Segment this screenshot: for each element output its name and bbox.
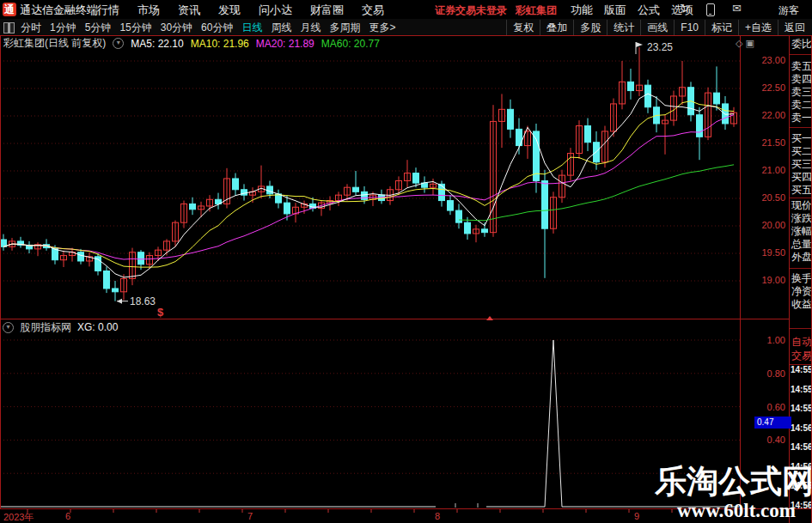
menu-item[interactable]: 问小达 [259,3,292,18]
period-tab[interactable]: 日线 [241,21,262,35]
tdx-logo-icon[interactable]: 通 [3,3,16,16]
year-label: 2023年 [3,511,34,523]
period-tab[interactable]: 15分钟 [119,21,151,35]
period-tab[interactable]: 5分钟 [85,21,112,35]
main-chart-plot[interactable]: 23.2518.63$ [0,35,741,319]
candle-body [697,115,703,137]
tool-button[interactable]: 复权 [506,20,540,35]
menu-item[interactable]: 资讯 [178,3,200,18]
period-toolbar: 分时1分钟5分钟15分钟30分钟60分钟日线周线月线多周期更多> 复权叠加多股统… [0,19,812,35]
ma-value-label: MA5: 22.10 [131,38,183,50]
period-tab[interactable]: 1分钟 [50,21,76,35]
candle-body [714,93,720,104]
menu-item[interactable]: 功能 [571,3,593,18]
period-tab[interactable]: 分时 [21,21,41,35]
candle-body [190,204,196,209]
period-tab[interactable]: 月线 [300,21,321,35]
mail-icon[interactable]: ✉ [732,2,742,16]
quote-separator [789,268,812,269]
high-flag-icon [636,42,643,47]
menu-item[interactable]: 交易 [362,3,384,18]
quote-row-label: 卖一 [791,111,812,125]
tool-button[interactable]: 统计 [607,20,640,35]
menu-item[interactable]: 行情 [97,3,119,18]
menu-item[interactable]: 发现 [218,3,241,18]
tool-button[interactable]: 标记 [705,20,738,35]
collapse-icon[interactable]: ▾ [3,322,14,333]
tool-button[interactable]: 叠加 [540,20,573,35]
refresh-icon[interactable]: ↻ [680,2,689,16]
quote-separator [789,198,812,198]
menu-item[interactable]: 财富圈 [310,3,344,18]
period-tab[interactable]: 周线 [271,21,291,35]
tool-button[interactable]: 画线 [640,20,674,35]
period-tab[interactable]: 更多> [369,21,395,35]
price-axis-label: 19.00 [761,275,785,285]
candle-body [508,109,514,129]
status-symbol-name[interactable]: 彩虹集团 [516,3,557,18]
candle-body [284,203,290,214]
price-axis-label: 21.50 [761,137,785,148]
chart-mode-icon[interactable] [3,22,15,33]
ma20-line [3,115,734,259]
indicator-name[interactable]: 股朋指标网 [20,320,71,335]
menu-item[interactable]: 公式 [638,3,660,18]
auto-trade-label: 交易 [791,349,812,363]
candle-body [723,104,729,124]
price-axis-label: 19.50 [761,247,785,258]
menu-item[interactable]: 市场 [137,3,160,18]
frame-divider[interactable] [0,319,789,319]
indicator-plot[interactable] [0,335,741,508]
period-tab[interactable]: 多周期 [329,21,360,35]
tool-button[interactable]: 多股 [573,20,607,35]
candle-body [456,210,462,222]
quote-row-label: 买五 [791,183,812,198]
tool-button[interactable]: F10 [674,20,705,35]
price-axis-label: 23.00 [761,55,785,65]
auto-trade-label: 自动 [791,335,812,350]
menu-item[interactable]: 版面 [604,3,626,18]
candle-body [413,173,419,184]
login-status: 证券交易未登录 彩虹集团 [435,3,557,18]
price-axis-label: 20.50 [761,192,785,203]
candle-body [353,187,359,192]
chart-title[interactable]: 彩虹集团(日线 前复权) [3,36,106,51]
phone-icon[interactable] [706,3,715,16]
price-axis-label: 21.00 [761,165,785,175]
trade-time-row: 14:55 [791,385,812,394]
user-guest-label[interactable]: 游客 [778,3,799,18]
trade-time-row: 14:55 [791,365,812,374]
status-not-logged-in[interactable]: 证券交易未登录 [435,3,507,18]
trade-time-row: 14:56 [791,423,812,433]
candle-body [465,222,471,234]
diamond-icon[interactable]: ◇ [736,38,742,49]
tool-button[interactable]: +自选 [738,20,778,35]
watermark-url: www.60lt.com [677,500,796,522]
chevron-down-icon[interactable]: ▾ [113,38,124,49]
candle-body [138,252,144,265]
price-axis-label: 20.00 [761,220,785,230]
frame-quote-left [789,35,790,523]
window-restore-icon[interactable]: ▣ [745,38,754,49]
dividend-marker: $ [157,306,164,319]
month-label: 6 [65,511,70,521]
frame-top [0,35,812,36]
quote-row-label: 收益 [791,297,812,312]
candle-body [585,126,591,143]
candle-body [113,289,119,292]
tool-button[interactable]: 返回 [778,20,811,35]
month-label: 9 [634,511,639,521]
frame-axis-left [740,35,741,508]
indicator-axis-label: 1.00 [767,335,785,345]
indicator-value: XG: 0.00 [77,321,118,333]
period-tab[interactable]: 60分钟 [201,21,233,35]
quote-panel[interactable]: 委比卖五卖四卖三卖二卖一买一买二买三买四买五现价涨跌涨幅总量外盘换手净资收益自动… [789,35,812,523]
ma10-line [3,101,734,267]
price-axis-label: 22.50 [761,82,785,93]
menu-right-group: 功能版面公式选项 [571,3,693,18]
menu-icon-group: ↻ ✉ [680,2,742,16]
divider-marker-icon[interactable] [486,316,493,320]
quote-row-label: 外盘 [791,250,812,265]
candle-body [628,82,634,90]
period-tab[interactable]: 30分钟 [161,21,192,35]
